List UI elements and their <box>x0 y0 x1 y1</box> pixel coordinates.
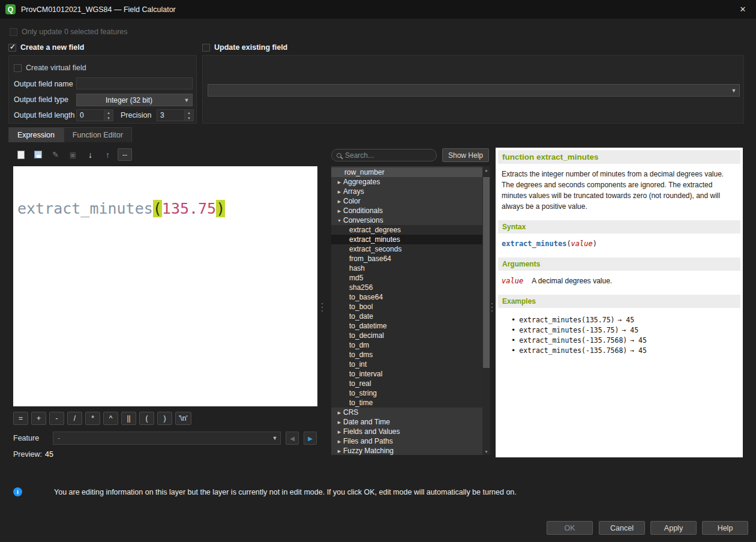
scrollbar-thumb[interactable] <box>483 177 490 368</box>
previous-feature-button[interactable]: ◀ <box>286 432 299 445</box>
update-existing-field-checkbox[interactable]: Update existing field <box>202 43 287 52</box>
output-field-name-input[interactable] <box>76 77 193 89</box>
output-field-type-combo[interactable]: Integer (32 bit) ▼ <box>76 94 193 106</box>
help-button[interactable]: Help <box>702 521 748 535</box>
tab-function-editor[interactable]: Function Editor <box>64 127 132 142</box>
function-group-files-and-paths[interactable]: Files and Paths <box>331 436 482 446</box>
checkbox-icon <box>10 28 17 36</box>
next-feature-button[interactable]: ▶ <box>304 432 317 445</box>
existing-field-combo[interactable]: ▼ <box>208 84 740 97</box>
save-expression-button[interactable] <box>31 148 46 161</box>
splitter-handle[interactable] <box>320 294 325 321</box>
spin-down-icon[interactable]: ▼ <box>185 115 193 121</box>
function-group-arrays[interactable]: Arrays <box>331 187 482 196</box>
delete-expression-button[interactable]: ▣ <box>65 148 80 161</box>
output-field-name-label: Output field name <box>14 80 73 88</box>
operator-power-button[interactable]: ^ <box>103 412 118 425</box>
spin-down-icon[interactable]: ▼ <box>104 115 113 121</box>
bullet-icon: • <box>511 316 515 324</box>
feature-combo[interactable]: - ▼ <box>53 432 281 445</box>
tab-expression[interactable]: Expression <box>8 127 64 142</box>
feature-label: Feature <box>13 434 39 442</box>
function-item-to-int[interactable]: to_int <box>331 360 482 369</box>
operator-concat-button[interactable]: || <box>121 412 136 425</box>
search-icon <box>337 153 341 158</box>
scroll-up-icon[interactable]: ▲ <box>482 166 490 173</box>
function-group-color[interactable]: Color <box>331 196 482 206</box>
operator-plus-button[interactable]: + <box>31 412 46 425</box>
examples-heading: Examples <box>498 295 740 308</box>
function-item-to-datetime[interactable]: to_datetime <box>331 321 482 331</box>
function-item-sha256[interactable]: sha256 <box>331 283 482 292</box>
precision-value: 3 <box>157 110 184 121</box>
function-group-fields-and-values[interactable]: Fields and Values <box>331 427 482 436</box>
function-item-hash[interactable]: hash <box>331 263 482 273</box>
function-item-to-interval[interactable]: to_interval <box>331 369 482 379</box>
create-virtual-field-checkbox[interactable]: Create virtual field <box>14 64 86 72</box>
expression-toolbar: ✎ ▣ ↓ ↑ -- <box>13 148 132 161</box>
splitter-handle[interactable] <box>490 294 494 321</box>
output-field-length-spinbox[interactable]: 0 ▲▼ <box>76 109 113 121</box>
show-help-button[interactable]: Show Help <box>442 148 489 162</box>
argument-name: value <box>502 277 523 285</box>
tab-bar: Expression Function Editor <box>8 127 132 142</box>
update-existing-groupbox: ▼ <box>202 55 744 124</box>
window-title: ProvCM01012021_WGS84 — Field Calculator <box>21 5 176 14</box>
chevron-down-icon <box>335 215 343 226</box>
function-item-to-base64[interactable]: to_base64 <box>331 292 482 302</box>
search-input[interactable] <box>345 151 423 160</box>
operator-buttons: = + - / * ^ || ( ) '\n' <box>13 412 191 425</box>
cancel-button[interactable]: Cancel <box>599 521 645 535</box>
function-group-conversions[interactable]: Conversions <box>331 215 482 225</box>
help-description: Extracts the integer number of minutes f… <box>496 164 743 218</box>
function-item-to-string[interactable]: to_string <box>331 388 482 398</box>
operator-equals-button[interactable]: = <box>13 412 28 425</box>
function-item-from-base64[interactable]: from_base64 <box>331 254 482 263</box>
function-item-to-dm[interactable]: to_dm <box>331 340 482 350</box>
import-expression-button[interactable]: ↓ <box>83 148 98 161</box>
export-expression-button[interactable]: ↑ <box>100 148 115 161</box>
tree-scrollbar[interactable]: ▲ ▼ <box>482 166 490 455</box>
output-field-type-label: Output field type <box>14 95 68 104</box>
create-new-field-checkbox[interactable]: Create a new field <box>8 43 84 52</box>
close-button[interactable]: ✕ <box>730 0 756 19</box>
function-item-to-time[interactable]: to_time <box>331 398 482 408</box>
update-existing-field-label: Update existing field <box>214 43 287 52</box>
function-group-crs[interactable]: CRS <box>331 408 482 417</box>
operator-multiply-button[interactable]: * <box>85 412 100 425</box>
function-item-row-number[interactable]: row_number <box>331 167 482 177</box>
close-paren-highlight: ) <box>216 200 225 217</box>
function-item-to-date[interactable]: to_date <box>331 312 482 321</box>
function-item-extract-seconds[interactable]: extract_seconds <box>331 244 482 254</box>
operator-close-paren-button[interactable]: ) <box>157 412 172 425</box>
operator-open-paren-button[interactable]: ( <box>139 412 154 425</box>
apply-button[interactable]: Apply <box>650 521 697 535</box>
function-group-aggregates[interactable]: Aggregates <box>331 177 482 187</box>
function-item-to-real[interactable]: to_real <box>331 379 482 388</box>
delete-icon: ▣ <box>70 151 76 159</box>
spin-up-icon[interactable]: ▲ <box>104 110 113 115</box>
function-item-md5[interactable]: md5 <box>331 273 482 283</box>
operator-divide-button[interactable]: / <box>67 412 82 425</box>
function-item-to-dms[interactable]: to_dms <box>331 350 482 360</box>
function-item-to-bool[interactable]: to_bool <box>331 302 482 312</box>
function-item-to-decimal[interactable]: to_decimal <box>331 331 482 340</box>
function-group-conditionals[interactable]: Conditionals <box>331 206 482 215</box>
only-update-checkbox[interactable]: Only update 0 selected features <box>10 28 128 36</box>
precision-spinbox[interactable]: 3 ▲▼ <box>157 109 194 121</box>
function-item-extract-degrees[interactable]: extract_degrees <box>331 225 482 235</box>
spin-up-icon[interactable]: ▲ <box>185 110 193 115</box>
operator-minus-button[interactable]: - <box>49 412 64 425</box>
operator-newline-button[interactable]: '\n' <box>175 412 191 425</box>
expression-editor[interactable]: extract_minutes(135.75) <box>13 166 317 406</box>
examples-list: •extract_minutes(135.75)→ 45 •extract_mi… <box>496 308 743 362</box>
new-expression-button[interactable] <box>13 148 28 161</box>
expression-number: 135.75 <box>162 200 216 217</box>
function-group-fuzzy-matching[interactable]: Fuzzy Matching <box>331 446 482 455</box>
ok-button[interactable]: OK <box>547 521 593 535</box>
function-item-extract-minutes[interactable]: extract_minutes <box>331 235 482 244</box>
scroll-down-icon[interactable]: ▼ <box>482 448 490 455</box>
function-group-date-and-time[interactable]: Date and Time <box>331 417 482 427</box>
edit-expression-button[interactable]: ✎ <box>48 148 63 161</box>
dash-button[interactable]: -- <box>118 148 132 161</box>
